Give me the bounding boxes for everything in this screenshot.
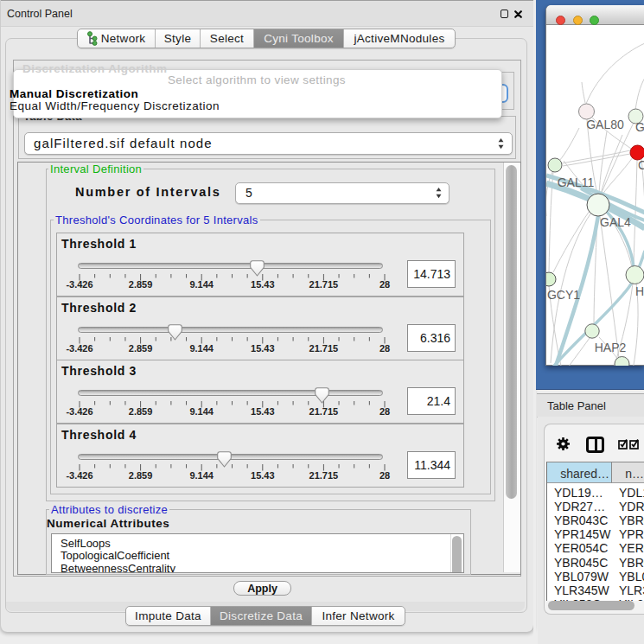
svg-text:GCY1: GCY1 <box>547 288 580 302</box>
svg-text:GA: GA <box>635 120 644 134</box>
svg-text:C: C <box>638 158 644 172</box>
svg-text:HAP2: HAP2 <box>595 341 627 354</box>
svg-text:GAL4: GAL4 <box>600 215 631 229</box>
svg-text:GAL11: GAL11 <box>558 175 595 189</box>
svg-text:H: H <box>635 284 644 298</box>
svg-text:GAL80: GAL80 <box>586 118 624 131</box>
